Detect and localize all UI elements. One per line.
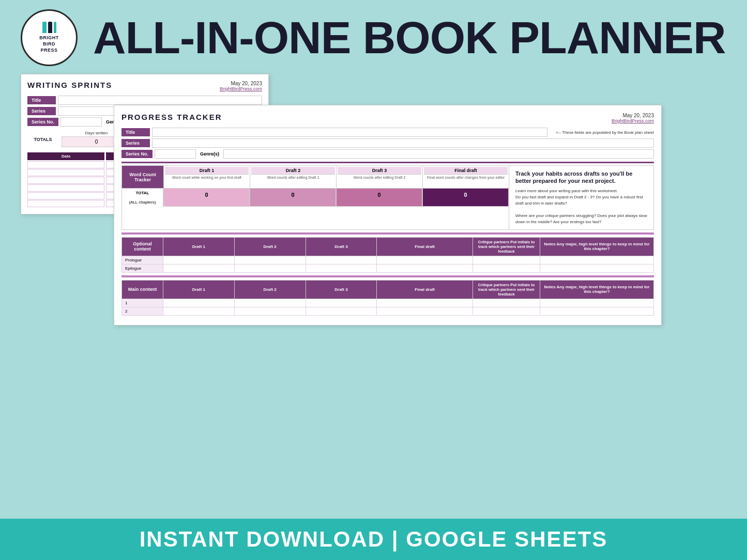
main-row1-label: 1 — [122, 299, 163, 307]
wct-col-3: Draft 3 Word counts after editing Draft … — [336, 166, 422, 188]
main-row2-d1[interactable] — [163, 307, 235, 315]
wct-label: Word Count Tracker — [122, 166, 163, 188]
opt-epilogue-label: Epilogue — [122, 264, 163, 272]
main-row2-d2[interactable] — [234, 307, 306, 315]
opt-row-prologue: Prologue — [122, 256, 654, 264]
main-row2-d3[interactable] — [306, 307, 377, 315]
progress-tracker-sheet: PROGRESS TRACKER May 20, 2023 BrightBird… — [114, 105, 662, 325]
wct-col4-sub: Final word counts after changes from you… — [424, 175, 508, 187]
wct-col3-sub: Word counts after editing Draft 2 — [338, 175, 421, 187]
main-notes-header: Notes Any major, high level things to ke… — [540, 280, 654, 299]
opt-prologue-notes[interactable] — [540, 256, 654, 264]
wct-total-label: TOTAL (ALL chapters) — [122, 189, 163, 207]
logo-text: BRIGHT BIRD PRESS — [39, 35, 59, 53]
main-row1-d3[interactable] — [306, 299, 377, 307]
main-col-fd: Final draft — [377, 280, 473, 299]
pt-sep-2 — [121, 232, 654, 235]
opt-epilogue-d3[interactable] — [306, 264, 377, 272]
ws-totals-label: TOTALS — [34, 137, 52, 142]
opt-col-d3: Draft 3 — [306, 237, 377, 256]
main-row2-fd[interactable] — [377, 307, 473, 315]
ws-sheet-header: WRITING SPRINTS May 20, 2023 BrightBirdP… — [27, 81, 262, 91]
wct-col2-header: Draft 2 — [251, 167, 335, 175]
main-row1-d1[interactable] — [163, 299, 235, 307]
wct-total-1: 0 — [163, 189, 250, 207]
pt-seriesno-input[interactable] — [155, 149, 196, 159]
pt-title: PROGRESS TRACKER — [121, 113, 222, 121]
pt-genre-input[interactable] — [223, 149, 654, 159]
wct-col1-header: Draft 1 — [165, 167, 249, 175]
opt-epilogue-d1[interactable] — [163, 264, 235, 272]
ws-hcell-date: Date — [27, 152, 104, 160]
main-row-1: 1 — [122, 299, 654, 307]
main-col-d2: Draft 2 — [234, 280, 306, 299]
ws-title: WRITING SPRINTS — [27, 81, 112, 89]
main-section-label: Main content — [122, 280, 163, 299]
main-row1-cp[interactable] — [473, 299, 540, 307]
ws-url: BrightBirdPress.com — [220, 86, 262, 91]
opt-col-d1: Draft 1 — [163, 237, 235, 256]
wct-col3-header: Draft 3 — [338, 167, 421, 175]
main-title: ALL-IN-ONE BOOK PLANNER — [93, 11, 726, 64]
wct-col-1: Draft 1 Word count while working on your… — [163, 166, 250, 188]
opt-critique-header: Critique partners Put initials to track … — [473, 237, 540, 256]
book-icon-dark — [48, 22, 52, 33]
pt-sep-3 — [121, 275, 654, 277]
main-row2-cp[interactable] — [473, 307, 540, 315]
bottom-banner: INSTANT DOWNLOAD | GOOGLE SHEETS — [0, 519, 747, 560]
pt-title-input[interactable] — [152, 128, 547, 137]
pt-series-input[interactable] — [152, 138, 654, 148]
opt-col-d2: Draft 2 — [234, 237, 306, 256]
main-row2-notes[interactable] — [540, 307, 654, 315]
wct-total-3: 0 — [336, 189, 422, 207]
main-row1-fd[interactable] — [377, 299, 473, 307]
pt-sheet-header: PROGRESS TRACKER May 20, 2023 BrightBird… — [121, 113, 654, 123]
ws-series-label: Series — [27, 107, 56, 115]
book-icon-small — [54, 22, 56, 33]
pt-seriesno-label: Series No. — [121, 150, 153, 158]
pt-seriesno-row: Series No. Genre(s) — [121, 149, 654, 159]
wct-col-headers: Draft 1 Word count while working on your… — [163, 166, 509, 188]
wct-total-2: 0 — [250, 189, 336, 207]
main-row-2: 2 — [122, 307, 654, 315]
main-content-table: Main content Draft 1 Draft 2 Draft 3 Fin… — [121, 280, 654, 316]
main-row1-notes[interactable] — [540, 299, 654, 307]
opt-epilogue-cp[interactable] — [473, 264, 540, 272]
bottom-text: INSTANT DOWNLOAD | GOOGLE SHEETS — [140, 527, 608, 552]
opt-prologue-cp[interactable] — [473, 256, 540, 264]
opt-epilogue-fd[interactable] — [377, 264, 473, 272]
wct-right-title: Track your habits across drafts so you'l… — [515, 170, 647, 185]
pt-series-label: Series — [121, 139, 150, 147]
opt-epilogue-d2[interactable] — [234, 264, 306, 272]
opt-prologue-fd[interactable] — [377, 256, 473, 264]
main-critique-header: Critique partners Put initials to track … — [473, 280, 540, 299]
wct-col-2: Draft 2 Word counts after editing Draft … — [250, 166, 336, 188]
ws-seriesno-input[interactable] — [60, 117, 102, 127]
opt-prologue-d3[interactable] — [306, 256, 377, 264]
main-row1-d2[interactable] — [234, 299, 306, 307]
ws-date: May 20, 2023 — [220, 81, 262, 86]
optional-content-table: Optional content Draft 1 Draft 2 Draft 3… — [121, 237, 654, 273]
opt-epilogue-notes[interactable] — [540, 264, 654, 272]
pt-series-row: Series — [121, 138, 654, 148]
ws-title-input[interactable] — [58, 96, 262, 105]
wct-col4-header: Final draft — [424, 167, 508, 175]
opt-prologue-d1[interactable] — [163, 256, 235, 264]
ws-title-label: Title — [27, 96, 56, 104]
pt-fields-note: <-- These fields are populated by the Bo… — [556, 130, 654, 135]
wct-col2-sub: Word counts after editing Draft 1 — [251, 175, 335, 187]
opt-prologue-d2[interactable] — [234, 256, 306, 264]
main-col-d1: Draft 1 — [163, 280, 235, 299]
wct-section: Word Count Tracker Draft 1 Word count wh… — [121, 165, 654, 230]
pt-sep-1 — [121, 162, 654, 163]
wct-right-text: Track your habits across drafts so you'l… — [509, 166, 653, 229]
wct-right-body: Learn more about your writing pace with … — [515, 188, 647, 225]
ws-seriesno-label: Series No. — [27, 118, 58, 126]
logo-icon — [42, 22, 56, 33]
pt-date: May 20, 2023 — [612, 113, 654, 118]
content-area: WRITING SPRINTS May 20, 2023 BrightBirdP… — [21, 74, 726, 405]
pt-url: BrightBirdPress.com — [612, 118, 654, 123]
ws-title-row: Title — [27, 96, 262, 105]
wct-col-4: Final draft Final word counts after chan… — [422, 166, 509, 188]
opt-notes-header: Notes Any major, high level things to ke… — [540, 237, 654, 256]
